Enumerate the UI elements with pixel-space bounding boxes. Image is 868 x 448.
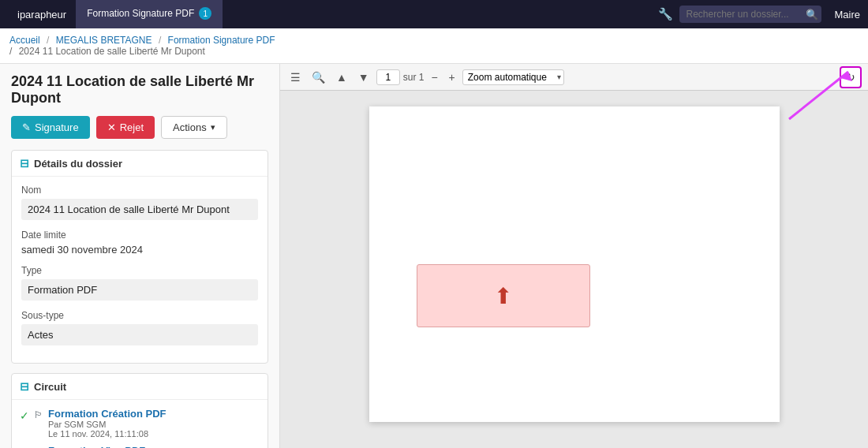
breadcrumb-current: 2024 11 Location de salle Liberté Mr Dup…: [19, 46, 205, 57]
breadcrumb-sep2: /: [9, 46, 12, 57]
circuit-title-1[interactable]: Formation Création PDF: [48, 408, 260, 420]
search-input[interactable]: [679, 6, 821, 23]
page-total-label: sur 1: [403, 72, 425, 83]
main-layout: 2024 11 Location de salle Liberté Mr Dup…: [0, 64, 868, 448]
breadcrumb-home[interactable]: Accueil: [9, 35, 40, 46]
circuit-title-2[interactable]: Formation Visa PDF: [48, 445, 260, 448]
navbar: iparapheur Formation Signature PDF 1 🔧 🔍…: [0, 0, 868, 28]
next-page-button[interactable]: ▼: [354, 69, 373, 86]
signature-button[interactable]: ✎ Signature: [11, 116, 90, 139]
circuit-section-header[interactable]: ⊟ Circuit: [12, 374, 268, 400]
pdf-panel: ☰ 🔍 ▲ ▼ 1 sur 1 − + Zoom automatique 50%…: [280, 64, 868, 448]
navbar-tab-formation[interactable]: Formation Signature PDF 1: [76, 0, 223, 28]
zoom-in-btn2[interactable]: +: [445, 69, 459, 86]
field-sous-type: Sous-type Actes: [21, 310, 258, 345]
zoom-in-button[interactable]: 🔍: [308, 69, 329, 86]
navbar-tab-label: Formation Signature PDF: [87, 8, 194, 19]
page-title: 2024 11 Location de salle Liberté Mr Dup…: [11, 73, 268, 106]
refresh-button[interactable]: ↻: [840, 66, 862, 88]
details-section-header[interactable]: ⊟ Détails du dossier: [12, 151, 268, 177]
pdf-signature-area: ⬆: [417, 264, 590, 327]
action-bar: ✎ Signature ✕ Rejet Actions: [11, 116, 268, 139]
pdf-toolbar: ☰ 🔍 ▲ ▼ 1 sur 1 − + Zoom automatique 50%…: [280, 64, 868, 91]
pdf-content: ⬆: [280, 91, 868, 448]
details-toggle-icon[interactable]: ⊟: [20, 157, 29, 170]
circuit-sub2-1: Le 11 nov. 2024, 11:11:08: [48, 429, 260, 439]
field-type: Type Formation PDF: [21, 265, 258, 301]
sidebar-toggle-button[interactable]: ☰: [286, 69, 305, 86]
rejet-button[interactable]: ✕ Rejet: [96, 116, 155, 139]
search-icon: 🔍: [806, 9, 818, 21]
sous-type-value: Actes: [21, 324, 258, 345]
details-section: ⊟ Détails du dossier Nom 2024 11 Locatio…: [11, 150, 268, 364]
username-label: Maire: [834, 9, 860, 21]
app-brand[interactable]: iparapheur: [8, 9, 76, 21]
circuit-section-body: ✓ 🏳 Formation Création PDF Par SGM SGM L…: [12, 400, 268, 448]
flag-icon-1: 🏳: [34, 409, 43, 420]
breadcrumb-section[interactable]: Formation Signature PDF: [168, 35, 275, 46]
type-value: Formation PDF: [21, 279, 258, 301]
page-number-input[interactable]: 1: [376, 69, 400, 85]
circuit-section-title: Circuit: [34, 381, 66, 393]
date-value: samedi 30 novembre 2024: [21, 244, 258, 256]
pdf-page: ⬆: [369, 106, 780, 422]
signature-icon: ✎: [22, 121, 31, 133]
circuit-item-2: ✓ ✓ Formation Visa PDF Par DGS elodie.te…: [12, 442, 268, 448]
rejet-icon: ✕: [107, 121, 116, 133]
wrench-icon: 🔧: [658, 7, 673, 21]
navbar-tab-badge: 1: [199, 7, 211, 20]
circuit-item-1: ✓ 🏳 Formation Création PDF Par SGM SGM L…: [12, 405, 268, 442]
circuit-sub1-1: Par SGM SGM: [48, 420, 260, 429]
actions-dropdown-button[interactable]: Actions: [161, 116, 227, 139]
field-date: Date limite samedi 30 novembre 2024: [21, 230, 258, 256]
circuit-toggle-icon[interactable]: ⊟: [20, 380, 29, 393]
type-label: Type: [21, 265, 258, 276]
details-section-title: Détails du dossier: [34, 158, 122, 170]
breadcrumb: Accueil / MEGALIS BRETAGNE / Formation S…: [0, 28, 868, 64]
zoom-out-button[interactable]: −: [427, 69, 441, 86]
zoom-select[interactable]: Zoom automatique 50% 75% 100% 125% 150% …: [462, 69, 564, 85]
nom-label: Nom: [21, 185, 258, 196]
sous-type-label: Sous-type: [21, 310, 258, 321]
field-nom: Nom 2024 11 Location de salle Liberté Mr…: [21, 185, 258, 220]
pdf-signature-icon: ⬆: [494, 283, 512, 309]
breadcrumb-megalis[interactable]: MEGALIS BRETAGNE: [56, 35, 152, 46]
circuit-section: ⊟ Circuit ✓ 🏳 Formation Création PDF Par…: [11, 373, 268, 448]
details-section-body: Nom 2024 11 Location de salle Liberté Mr…: [12, 177, 268, 363]
left-panel: 2024 11 Location de salle Liberté Mr Dup…: [0, 64, 280, 448]
prev-page-button[interactable]: ▲: [332, 69, 351, 86]
date-label: Date limite: [21, 230, 258, 241]
check-icon-1: ✓: [20, 409, 29, 422]
zoom-wrapper: Zoom automatique 50% 75% 100% 125% 150% …: [462, 69, 564, 85]
nom-value: 2024 11 Location de salle Liberté Mr Dup…: [21, 199, 258, 220]
